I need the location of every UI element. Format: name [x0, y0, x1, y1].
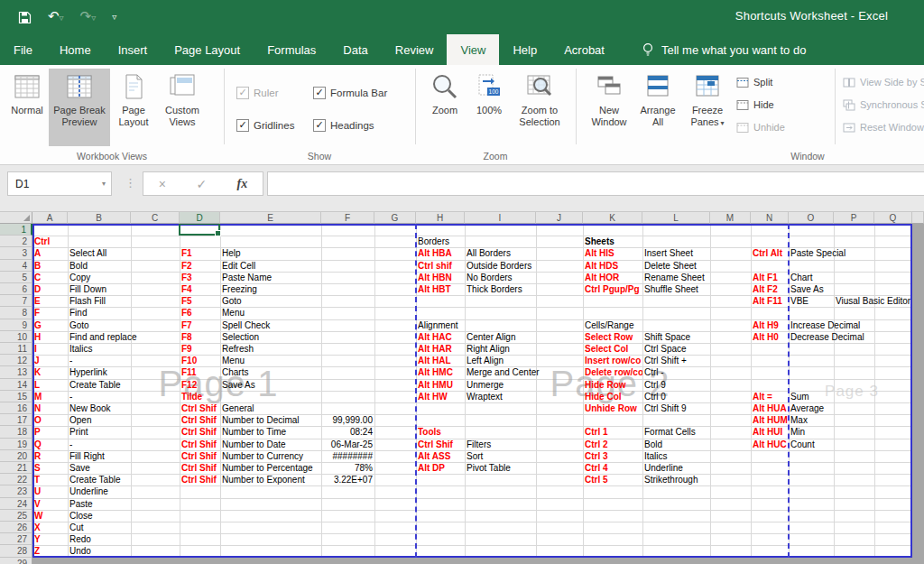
cell-A2[interactable]: Ctrl [32, 236, 50, 247]
column-header-L[interactable]: L [642, 212, 710, 224]
cell-F18[interactable]: 08:24 [321, 426, 374, 438]
cell-H3[interactable]: Alt HBA [416, 247, 452, 259]
cell-L3[interactable]: Insert Sheet [642, 247, 693, 259]
tab-help[interactable]: Help [499, 34, 550, 65]
customize-qat-icon[interactable]: ▿ [112, 9, 116, 25]
cell-B21[interactable]: Save [68, 462, 90, 474]
cell-K18[interactable]: Ctrl 1 [583, 426, 608, 438]
row-header-1[interactable]: 1 [0, 224, 32, 236]
cell-I14[interactable]: Unmerge [465, 379, 504, 391]
row-header-20[interactable]: 20 [0, 450, 32, 462]
cell-D3[interactable]: F1 [180, 247, 192, 259]
enter-icon[interactable]: ✓ [196, 177, 207, 191]
row-header-16[interactable]: 16 [0, 402, 32, 414]
reset-window-position-button[interactable]: Reset Window Position [843, 117, 924, 137]
column-header-N[interactable]: N [751, 212, 789, 224]
tab-page-layout[interactable]: Page Layout [161, 34, 254, 65]
row-header-8[interactable]: 8 [0, 307, 32, 319]
cell-D22[interactable]: Ctrl Shif [180, 474, 220, 485]
cell-E3[interactable]: Help [220, 247, 241, 259]
row-header-9[interactable]: 9 [0, 319, 32, 331]
cell-H6[interactable]: Alt HBT [416, 283, 451, 295]
row-header-17[interactable]: 17 [0, 414, 32, 426]
cell-K16[interactable]: Unhide Row [583, 402, 637, 414]
column-header-B[interactable]: B [68, 212, 131, 224]
cell-D17[interactable]: Ctrl Shif [180, 414, 220, 426]
tell-me-box[interactable]: Tell me what you want to do [618, 34, 806, 65]
cell-K4[interactable]: Alt HDS [583, 260, 618, 272]
cell-N3[interactable]: Ctrl Alt [751, 247, 789, 259]
cell-I6[interactable]: Thick Borders [465, 283, 522, 295]
cell-H19[interactable]: Ctrl Shif [416, 439, 465, 450]
cell-O17[interactable]: Max [789, 414, 808, 426]
cell-A14[interactable]: L [32, 379, 40, 391]
cell-E18[interactable]: Number to Time [220, 426, 286, 438]
cell-O15[interactable]: Sum [789, 391, 809, 402]
synchronous-scrolling-button[interactable]: Synchronous Scrolling [843, 95, 924, 115]
cell-E7[interactable]: Goto [220, 295, 242, 307]
cell-F22[interactable]: 3.22E+07 [321, 474, 374, 485]
cell-B6[interactable]: Fill Down [68, 283, 106, 295]
cell-H4[interactable]: Ctrl shif [416, 260, 465, 272]
cell-L20[interactable]: Italics [642, 450, 668, 462]
cell-L11[interactable]: Ctrl Space [642, 343, 687, 355]
cell-A6[interactable]: D [32, 283, 41, 295]
cell-N19[interactable]: Alt HUC [751, 439, 789, 450]
cell-N15[interactable]: Alt = [751, 391, 772, 402]
cell-D14[interactable]: F12 [180, 379, 197, 391]
cell-A22[interactable]: T [32, 474, 40, 485]
cell-B28[interactable]: Undo [68, 545, 91, 557]
cell-O9[interactable]: Increase Decimal [789, 319, 860, 331]
undo-icon[interactable]: ↶▿ [48, 8, 64, 26]
tab-view[interactable]: View [447, 34, 499, 65]
tab-file[interactable]: File [0, 34, 46, 65]
cell-O3[interactable]: Paste Special [789, 247, 845, 259]
cell-B9[interactable]: Goto [68, 319, 89, 331]
cell-D16[interactable]: Ctrl Shif [180, 402, 220, 414]
cell-A15[interactable]: M [32, 391, 42, 402]
cell-B25[interactable]: Close [68, 510, 93, 522]
row-header-19[interactable]: 19 [0, 439, 32, 450]
column-header-C[interactable]: C [131, 212, 180, 224]
cell-A10[interactable]: H [32, 331, 41, 343]
column-header-K[interactable]: K [583, 212, 642, 224]
cell-A23[interactable]: U [32, 485, 41, 497]
cell-E11[interactable]: Refresh [220, 343, 254, 355]
cell-K2[interactable]: Sheets [583, 236, 614, 247]
row-header-21[interactable]: 21 [0, 462, 32, 474]
cell-L5[interactable]: Rename Sheet [642, 272, 705, 283]
tab-home[interactable]: Home [46, 34, 105, 65]
cell-L19[interactable]: Bold [642, 439, 662, 450]
tab-formulas[interactable]: Formulas [254, 34, 329, 65]
cell-I3[interactable]: All Borders [465, 247, 511, 259]
cell-L12[interactable]: Ctrl Shift + [642, 355, 687, 366]
cell-F20[interactable]: ######## [321, 450, 374, 462]
cell-B27[interactable]: Redo [68, 533, 91, 545]
cell-K6[interactable]: Ctrl Pgup/Pg [583, 283, 642, 295]
cell-I5[interactable]: No Borders [465, 272, 513, 283]
headings-checkbox[interactable]: ✓ Headings [313, 119, 374, 132]
view-side-by-side-button[interactable]: View Side by Side [843, 72, 924, 92]
cell-A27[interactable]: Y [32, 533, 41, 545]
gridlines-checkbox[interactable]: ✓ Gridlines [236, 119, 294, 132]
cell-H21[interactable]: Alt DP [416, 462, 445, 474]
cell-H18[interactable]: Tools [416, 426, 441, 438]
cell-A9[interactable]: G [32, 319, 42, 331]
cell-D6[interactable]: F4 [180, 283, 192, 295]
cancel-icon[interactable]: × [159, 177, 166, 191]
selection-fill-handle[interactable] [215, 230, 221, 236]
ruler-checkbox[interactable]: ✓ Ruler [236, 87, 278, 99]
cell-L16[interactable]: Ctrl Shift 9 [642, 402, 687, 414]
row-header-5[interactable]: 5 [0, 272, 32, 283]
cell-B18[interactable]: Print [68, 426, 88, 438]
cell-B24[interactable]: Paste [68, 498, 93, 510]
save-icon[interactable] [18, 11, 32, 24]
cell-L22[interactable]: Strikethrough [642, 474, 698, 485]
cell-L18[interactable]: Format Cells [642, 426, 696, 438]
column-header-A[interactable]: A [32, 212, 68, 224]
cell-H2[interactable]: Borders [416, 236, 449, 247]
column-header-M[interactable]: M [710, 212, 751, 224]
cell-H15[interactable]: Alt HW [416, 391, 448, 402]
cell-N6[interactable]: Alt F2 [751, 283, 778, 295]
cell-I20[interactable]: Sort [465, 450, 483, 462]
